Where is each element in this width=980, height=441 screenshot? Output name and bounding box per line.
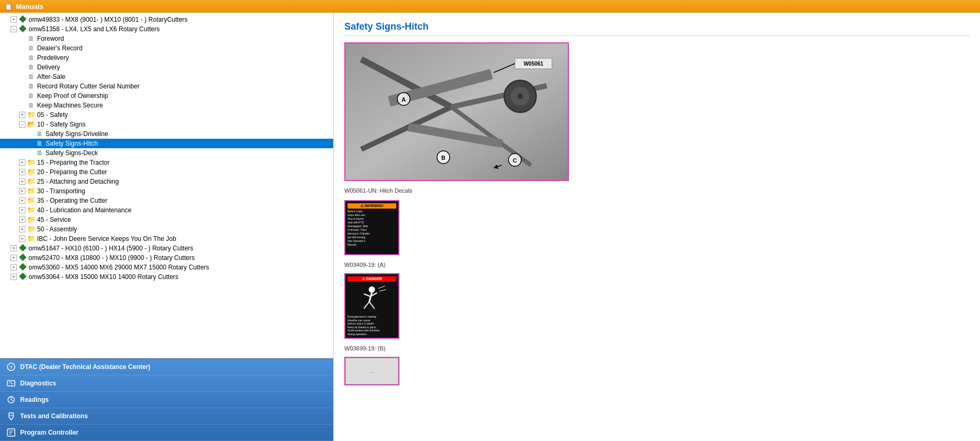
folder-icon-40: 📁 — [27, 206, 35, 214]
tree-label-dealers-record: Dealer's Record — [37, 44, 83, 52]
doc-icon-predelivery: 🗎 — [27, 53, 35, 62]
expand-omw52470[interactable]: + — [11, 255, 17, 261]
tree-item-keep-proof[interactable]: 🗎 Keep Proof of Ownership — [0, 91, 333, 101]
expand-35-operating[interactable]: + — [19, 197, 25, 204]
danger-text-b: Entanglement in rotatingdriveline can ca… — [348, 315, 396, 336]
tree-item-omw53060[interactable]: + omw53060 - MX5 14000 MX6 29000 MX7 150… — [0, 263, 333, 272]
tree-item-35-operating[interactable]: + 📁 35 - Operating the Cutter — [0, 196, 333, 205]
warning-header-a: ⚠ WARNING! — [348, 203, 396, 209]
nav-item-dtac[interactable]: ? DTAC (Dealer Technical Assistance Cent… — [0, 359, 333, 375]
warning-text-a: Before cutterstops after use,Stay in tra… — [348, 210, 396, 247]
content-title: Safety Signs-Hitch — [344, 21, 969, 36]
nav-item-readings[interactable]: Readings — [0, 392, 333, 408]
tree-item-omw52470[interactable]: + omw52470 - MX8 (10800 - ) MX10 (9900 -… — [0, 253, 333, 263]
tree-item-omw49833[interactable]: + omw49833 - MX8 (9001- ) MX10 (8001 - )… — [0, 15, 333, 24]
svg-text:B: B — [441, 155, 446, 161]
nav-label-program: Program Controller — [20, 429, 78, 436]
tree-item-10-safety-signs[interactable]: - 📂 10 - Safety Signs — [0, 120, 333, 129]
expand-30-transporting[interactable]: + — [19, 188, 25, 194]
expand-omw49833[interactable]: + — [11, 16, 17, 23]
tree-item-45-service[interactable]: + 📁 45 - Service — [0, 215, 333, 224]
tree-item-30-transporting[interactable]: + 📁 30 - Transporting — [0, 186, 333, 196]
expand-10-safety-signs[interactable]: - — [19, 121, 25, 128]
dtac-icon: ? — [6, 362, 16, 372]
svg-text:A: A — [402, 96, 406, 103]
diagnostics-icon — [6, 379, 16, 388]
expand-45-service[interactable]: + — [19, 217, 25, 223]
tree-label-keep-machines: Keep Machines Secure — [37, 102, 103, 109]
danger-figure-b — [348, 283, 396, 315]
decal-image-b: ⚠ DANGER — [345, 274, 398, 338]
tree-item-25-attaching[interactable]: + 📁 25 - Attaching and Detaching — [0, 177, 333, 186]
expand-omw51647[interactable]: + — [11, 245, 17, 251]
decal-caption-a: W03409-19: (A) — [344, 262, 969, 268]
tree-item-dealers-record[interactable]: 🗎 Dealer's Record — [0, 43, 333, 53]
expand-ibc[interactable]: + — [19, 236, 25, 242]
tree-item-delivery[interactable]: 🗎 Delivery — [0, 62, 333, 72]
tree-item-safety-signs-driveline[interactable]: 🗎 Safety Signs-Driveline — [0, 129, 333, 139]
nav-item-diagnostics[interactable]: Diagnostics — [0, 375, 333, 392]
tree-label-foreword: Foreword — [37, 35, 64, 42]
tree-item-05-safety[interactable]: + 📁 05 - Safety — [0, 110, 333, 120]
green-diamond-icon-omw52470 — [19, 254, 27, 262]
folder-icon-50: 📁 — [27, 225, 35, 233]
decal-container-c: ... — [344, 357, 399, 385]
nav-item-program[interactable]: Program Controller — [0, 425, 333, 441]
top-bar-label: Manuals — [16, 3, 43, 11]
tree-item-predelivery[interactable]: 🗎 Predelivery — [0, 53, 333, 62]
tree-label-omw52470: omw52470 - MX8 (10800 - ) MX10 (9900 - )… — [29, 254, 194, 262]
tree-item-50-assembly[interactable]: + 📁 50 - Assembly — [0, 224, 333, 234]
tree-item-after-sale[interactable]: 🗎 After-Sale — [0, 72, 333, 82]
doc-icon-dealers-record: 🗎 — [27, 44, 35, 52]
tree-item-15-preparing-tractor[interactable]: + 📁 15 - Preparing the Tractor — [0, 158, 333, 167]
tree-item-omw51358[interactable]: - omw51358 - LX4, LX5 and LX6 Rotary Cut… — [0, 24, 333, 34]
doc-icon-safety-signs-deck: 🗎 — [35, 149, 44, 157]
doc-icon-record-rotary: 🗎 — [27, 82, 35, 91]
expand-25-attaching[interactable]: + — [19, 178, 25, 185]
svg-text:?: ? — [10, 365, 13, 370]
decal-c-placeholder: ... — [370, 368, 374, 374]
tree-label-safety-signs-deck: Safety Signs-Deck — [46, 149, 98, 157]
nav-label-tests: Tests and Calibrations — [20, 412, 88, 420]
doc-icon-keep-proof: 🗎 — [27, 92, 35, 100]
tree-item-foreword[interactable]: 🗎 Foreword — [0, 34, 333, 43]
doc-icon-delivery: 🗎 — [27, 63, 35, 71]
hitch-image: W05061 A B C — [345, 43, 568, 180]
tree-label-05-safety: 05 - Safety — [37, 111, 68, 119]
decal-image-c: ... — [345, 358, 398, 384]
nav-label-dtac: DTAC (Dealer Technical Assistance Center… — [20, 363, 150, 371]
tree-label-20: 20 - Preparing the Cutter — [37, 168, 107, 176]
tree-label-15: 15 - Preparing the Tractor — [37, 159, 110, 166]
expand-20-preparing-cutter[interactable]: + — [19, 169, 25, 175]
tree-item-safety-signs-deck[interactable]: 🗎 Safety Signs-Deck — [0, 148, 333, 158]
decal-image-a: ⚠ WARNING! Before cutterstops after use,… — [345, 201, 398, 254]
expand-omw53060[interactable]: + — [11, 264, 17, 271]
expand-omw53064[interactable]: + — [11, 274, 17, 280]
tree-label-35: 35 - Operating the Cutter — [37, 197, 108, 204]
tree-label-delivery: Delivery — [37, 64, 60, 71]
green-diamond-icon-omw51647 — [19, 244, 27, 253]
main-image-caption: W05061-UN: Hitch Decals — [344, 187, 969, 194]
tree-item-record-rotary[interactable]: 🗎 Record Rotary Cutter Serial Number — [0, 82, 333, 91]
expand-omw51358[interactable]: - — [11, 26, 17, 32]
tree-item-ibc[interactable]: + 📁 IBC - John Deere Service Keeps You O… — [0, 234, 333, 244]
expand-05-safety[interactable]: + — [19, 112, 25, 118]
svg-line-3 — [9, 382, 11, 383]
tree-item-20-preparing-cutter[interactable]: + 📁 20 - Preparing the Cutter — [0, 167, 333, 177]
expand-40-lubrication[interactable]: + — [19, 207, 25, 213]
top-bar: 📋 Manuals — [0, 0, 980, 13]
tree-item-keep-machines[interactable]: 🗎 Keep Machines Secure — [0, 101, 333, 110]
expand-15-preparing-tractor[interactable]: + — [19, 159, 25, 166]
left-panel: + omw49833 - MX8 (9001- ) MX10 (8001 - )… — [0, 13, 334, 441]
tree-label-ibc: IBC - John Deere Service Keeps You On Th… — [37, 235, 176, 242]
right-panel: Safety Signs-Hitch — [334, 13, 980, 441]
tree-item-40-lubrication[interactable]: + 📁 40 - Lubrication and Maintenance — [0, 205, 333, 215]
tree-item-omw51647[interactable]: + omw51647 - HX10 (6100 - ) HX14 (5900 -… — [0, 244, 333, 253]
folder-icon-35: 📁 — [27, 196, 35, 205]
nav-item-tests[interactable]: Tests and Calibrations — [0, 408, 333, 425]
tree-item-omw53064[interactable]: + omw53064 - MX8 15000 MX10 14000 Rotary… — [0, 272, 333, 282]
svg-line-8 — [11, 400, 13, 401]
tree-label-30: 30 - Transporting — [37, 187, 85, 195]
expand-50-assembly[interactable]: + — [19, 226, 25, 232]
tree-item-safety-signs-hitch[interactable]: 🗎 Safety Signs-Hitch — [0, 139, 333, 148]
